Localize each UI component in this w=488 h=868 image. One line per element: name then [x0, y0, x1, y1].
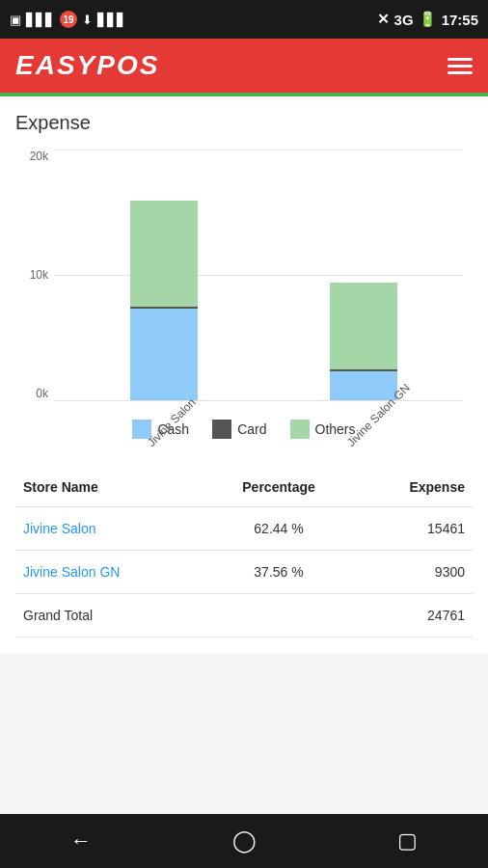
grand-total-row: Grand Total 24761	[15, 594, 473, 637]
expense-2: 9300	[353, 551, 473, 594]
bar-jivine-salon: Jivine Salon	[130, 201, 198, 400]
legend-card-label: Card	[237, 421, 266, 437]
time-display: 17:55	[442, 12, 478, 28]
legend-card-color	[212, 420, 231, 439]
legend-others: Others	[290, 420, 356, 439]
top-bar: EASYPOS	[0, 39, 488, 93]
chart-area: 20k 10k 0k	[15, 149, 473, 400]
y-axis: 20k 10k 0k	[15, 149, 54, 400]
chart-container: 20k 10k 0k	[15, 149, 473, 458]
menu-button[interactable]	[447, 58, 473, 74]
bar-others-2	[330, 283, 397, 369]
store-link-2[interactable]: Jivine Salon GN	[23, 564, 120, 580]
bar-stack-2	[330, 283, 397, 400]
status-right: ✕ 3G 🔋 17:55	[377, 11, 478, 28]
col-store-name: Store Name	[15, 468, 204, 507]
col-expense: Expense	[353, 468, 473, 507]
chart-legend: Cash Card Others	[15, 410, 473, 448]
percentage-2: 37.56 %	[204, 551, 353, 594]
table-header-row: Store Name Percentage Expense	[15, 468, 473, 507]
screen-icon: ▣	[10, 13, 21, 27]
y-label-20k: 20k	[30, 149, 48, 163]
bottom-nav: ← ◯ ▢	[0, 814, 488, 868]
battery-icon: 🔋	[419, 11, 437, 28]
legend-others-color	[290, 420, 310, 439]
bar-others-1	[130, 201, 198, 307]
bar-cash-1	[130, 309, 198, 400]
home-button[interactable]: ◯	[232, 828, 257, 854]
legend-card: Card	[212, 420, 266, 439]
percentage-1: 62.44 %	[204, 507, 353, 551]
bars-area: Jivine Salon Jivine Salon GN	[64, 149, 463, 400]
col-percentage: Percentage	[204, 468, 353, 507]
table-row: Jivine Salon GN 37.56 % 9300	[15, 551, 473, 594]
recent-apps-button[interactable]: ▢	[397, 828, 418, 854]
grand-total-value: 24761	[353, 594, 473, 637]
page-title: Expense	[15, 112, 473, 134]
store-name-1[interactable]: Jivine Salon	[15, 507, 204, 551]
main-content: Expense 20k 10k 0k	[0, 96, 488, 653]
store-name-2[interactable]: Jivine Salon GN	[15, 551, 204, 594]
status-bar: ▣ ▋▋▋ 19 ⬇ ▋▋▋ ✕ 3G 🔋 17:55	[0, 0, 488, 39]
expense-1: 15461	[353, 507, 473, 551]
grand-total-label: Grand Total	[15, 594, 204, 637]
app-logo: EASYPOS	[15, 50, 159, 81]
bars-icon: ▋▋▋	[26, 13, 55, 27]
signal-type: 3G	[394, 12, 414, 28]
y-label-0k: 0k	[36, 387, 48, 400]
notification-badge: 19	[60, 11, 77, 28]
bar-stack-1	[130, 201, 198, 400]
expense-table: Store Name Percentage Expense Jivine Sal…	[15, 468, 473, 637]
bar-jivine-salon-gn: Jivine Salon GN	[330, 283, 397, 400]
signal-bars: ▋▋▋	[97, 13, 126, 27]
menu-line-3	[447, 71, 473, 74]
download-icon: ⬇	[82, 13, 93, 27]
menu-line-2	[447, 65, 473, 68]
wifi-off-icon: ✕	[377, 11, 390, 28]
back-button[interactable]: ←	[70, 828, 92, 854]
menu-line-1	[447, 58, 473, 61]
y-label-10k: 10k	[30, 268, 48, 282]
store-link-1[interactable]: Jivine Salon	[23, 521, 96, 536]
table-row: Jivine Salon 62.44 % 15461	[15, 507, 473, 551]
status-left: ▣ ▋▋▋ 19 ⬇ ▋▋▋	[10, 11, 126, 28]
grand-total-empty	[204, 594, 353, 637]
